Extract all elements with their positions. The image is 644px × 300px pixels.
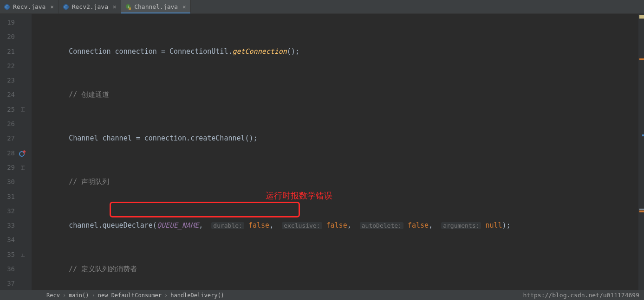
breadcrumb-item[interactable]: new DefaultConsumer (98, 292, 162, 299)
marker-change[interactable] (642, 134, 644, 136)
chevron-right-icon: › (92, 292, 95, 299)
marker-warning[interactable] (639, 58, 644, 60)
svg-text:C: C (64, 5, 67, 9)
svg-rect-6 (129, 7, 131, 10)
editor-tab-bar: C Recv.java × C Recv2.java × I Channel.j… (0, 0, 644, 14)
parameter-hint: arguments: (441, 222, 481, 229)
editor-marker-strip[interactable] (638, 14, 644, 290)
parameter-hint: durable: (211, 222, 244, 229)
svg-point-7 (20, 152, 24, 156)
tab-label: Recv2.java (72, 3, 108, 10)
tab-recv2-java[interactable]: C Recv2.java × (59, 0, 122, 13)
close-icon[interactable]: × (113, 4, 116, 10)
breadcrumb-item[interactable]: Recv (46, 292, 60, 299)
tab-channel-java[interactable]: I Channel.java × (121, 0, 191, 13)
editor-area[interactable]: 1920212223 2425262728 2930313233 3435363… (0, 14, 644, 290)
marker-caret (639, 209, 644, 210)
marker-warning[interactable] (639, 211, 644, 212)
annotation-box (110, 202, 300, 217)
tab-label: Channel.java (134, 3, 178, 10)
breadcrumb-item[interactable]: main() (69, 292, 89, 299)
close-icon[interactable]: × (50, 4, 53, 10)
class-icon: C (4, 4, 10, 10)
annotation-label: 运行时报数学错误 (266, 189, 332, 203)
chevron-right-icon: › (164, 292, 168, 299)
class-icon: C (63, 4, 69, 10)
breadcrumb-bar: Recv › main() › new DefaultConsumer › ha… (0, 290, 644, 300)
inspection-summary-icon[interactable] (639, 15, 644, 19)
close-icon[interactable]: × (182, 4, 186, 10)
parameter-hint: autoDelete: (360, 222, 403, 229)
locked-class-icon: I (125, 4, 131, 10)
svg-text:C: C (6, 5, 9, 9)
line-number-gutter: 1920212223 2425262728 2930313233 3435363… (0, 14, 18, 290)
gutter-icons (18, 14, 32, 290)
breadcrumb-item[interactable]: handleDelivery() (170, 292, 224, 299)
watermark-text: https://blog.csdn.net/u011174699 (523, 292, 639, 299)
fold-region-icon[interactable] (20, 160, 25, 175)
parameter-hint: exclusive: (282, 222, 322, 229)
svg-text:I: I (128, 5, 129, 9)
fold-region-icon[interactable] (20, 102, 25, 117)
fold-end-icon[interactable] (20, 248, 25, 262)
override-marker-icon[interactable] (19, 146, 26, 160)
code-content[interactable]: Connection connection = ConnectionUtil.g… (32, 14, 644, 290)
tab-label: Recv.java (13, 3, 46, 10)
tab-recv-java[interactable]: C Recv.java × (0, 0, 59, 13)
chevron-right-icon: › (63, 292, 66, 299)
